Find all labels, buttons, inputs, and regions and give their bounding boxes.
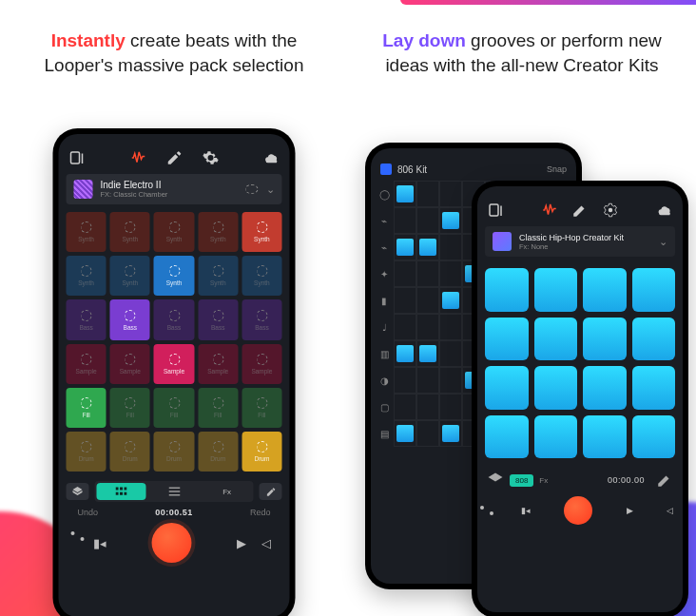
- creator-pad[interactable]: [583, 415, 627, 459]
- sequencer-cell[interactable]: [439, 340, 462, 367]
- track-icon[interactable]: ⌁: [375, 234, 394, 260]
- loop-pad-synth[interactable]: Synth: [67, 256, 106, 296]
- sequencer-cell[interactable]: [439, 420, 462, 447]
- creator-pad[interactable]: [534, 415, 578, 459]
- creator-pad[interactable]: [485, 366, 529, 410]
- grid-view-button[interactable]: [97, 483, 146, 500]
- loop-pad-sample[interactable]: Sample: [242, 344, 281, 384]
- loop-pad-synth[interactable]: Synth: [67, 212, 106, 252]
- gear-icon[interactable]: [202, 149, 219, 166]
- loop-pad-synth[interactable]: Synth: [154, 256, 194, 296]
- list-view-button[interactable]: [149, 483, 199, 500]
- creator-pad[interactable]: [632, 268, 676, 312]
- track-icon[interactable]: ◑: [375, 367, 394, 394]
- sequencer-cell[interactable]: [416, 287, 439, 314]
- sequencer-cell[interactable]: [394, 260, 416, 287]
- record-button[interactable]: [151, 523, 191, 563]
- creator-pad[interactable]: [632, 415, 676, 459]
- creator-pad[interactable]: [583, 268, 627, 312]
- chevron-down-icon[interactable]: ⌄: [659, 236, 667, 248]
- creator-pad[interactable]: [534, 366, 578, 410]
- edit-icon[interactable]: [260, 483, 282, 500]
- sequencer-cell[interactable]: [439, 234, 462, 260]
- loop-pad-bass[interactable]: Bass: [242, 299, 281, 339]
- sequencer-cell[interactable]: [416, 340, 439, 367]
- fx-button[interactable]: Fx: [539, 476, 548, 485]
- chevron-down-icon[interactable]: ⌄: [266, 183, 275, 196]
- track-icon[interactable]: ✦: [375, 260, 394, 287]
- sequencer-cell[interactable]: [416, 314, 439, 340]
- library-icon[interactable]: [68, 149, 86, 166]
- loop-pad-synth[interactable]: Synth: [242, 256, 281, 296]
- track-icon[interactable]: ▮: [375, 287, 394, 314]
- sequencer-cell[interactable]: [394, 207, 416, 234]
- loop-pad-drum[interactable]: Drum: [154, 432, 194, 472]
- track-icon[interactable]: ◯: [375, 181, 394, 207]
- loop-pad-bass[interactable]: Bass: [154, 299, 194, 339]
- creator-pad[interactable]: [534, 268, 578, 312]
- metronome-icon[interactable]: ◁: [261, 536, 271, 550]
- cloud-upload-icon[interactable]: [263, 149, 280, 166]
- loop-pad-synth[interactable]: Synth: [154, 212, 194, 252]
- layers-icon[interactable]: [67, 483, 89, 500]
- record-button[interactable]: [564, 496, 592, 525]
- pencil-icon[interactable]: [165, 149, 183, 166]
- loop-pad-fill[interactable]: Fill: [198, 388, 238, 428]
- sequencer-cell[interactable]: [439, 260, 462, 287]
- library-icon[interactable]: [487, 202, 504, 219]
- track-icon[interactable]: ▤: [375, 420, 394, 447]
- sequencer-kit-title[interactable]: 806 Kit: [380, 164, 427, 175]
- loop-pad-drum[interactable]: Drum: [242, 432, 281, 472]
- loop-pad-fill[interactable]: Fill: [110, 388, 150, 428]
- loop-pad-fill[interactable]: Fill: [67, 388, 106, 428]
- waveform-icon[interactable]: [541, 202, 558, 219]
- edit-icon[interactable]: [656, 472, 673, 489]
- loop-pad-sample[interactable]: Sample: [110, 344, 150, 384]
- sequencer-cell[interactable]: [439, 367, 462, 394]
- creator-pad[interactable]: [583, 366, 627, 410]
- sequencer-cell[interactable]: [394, 367, 416, 394]
- loop-pad-synth[interactable]: Synth: [242, 212, 281, 252]
- creator-pad[interactable]: [583, 318, 627, 361]
- sequencer-cell[interactable]: [439, 181, 462, 207]
- sequencer-cell[interactable]: [439, 394, 462, 420]
- loop-pad-drum[interactable]: Drum: [110, 432, 150, 472]
- loop-pad-synth[interactable]: Synth: [198, 256, 238, 296]
- sequencer-cell[interactable]: [394, 314, 416, 340]
- sequencer-cell[interactable]: [439, 207, 462, 234]
- track-icon[interactable]: ▥: [375, 340, 394, 367]
- creator-pad[interactable]: [632, 318, 676, 361]
- sequencer-cell[interactable]: [394, 420, 416, 447]
- creator-pad[interactable]: [485, 318, 529, 361]
- loop-pad-synth[interactable]: Synth: [110, 212, 150, 252]
- creator-pad[interactable]: [632, 366, 676, 410]
- fx-button[interactable]: Fx: [203, 483, 252, 500]
- sequencer-cell[interactable]: [394, 234, 416, 260]
- layers-icon[interactable]: [487, 472, 504, 489]
- track-icon[interactable]: ⌁: [375, 207, 394, 234]
- loop-pad-fill[interactable]: Fill: [154, 388, 194, 428]
- loop-pad-synth[interactable]: Synth: [198, 212, 238, 252]
- loop-pad-bass[interactable]: Bass: [67, 299, 106, 339]
- pack-header[interactable]: Indie Electro II FX: Classic Chamber ⌄: [67, 174, 282, 204]
- loop-pad-synth[interactable]: Synth: [110, 256, 150, 296]
- loop-pad-sample[interactable]: Sample: [154, 344, 194, 384]
- sequencer-cell[interactable]: [439, 314, 462, 340]
- gear-icon[interactable]: [602, 202, 619, 219]
- loop-pad-drum[interactable]: Drum: [67, 432, 106, 472]
- sequencer-cell[interactable]: [394, 340, 416, 367]
- creator-pad[interactable]: [534, 318, 578, 361]
- pencil-icon[interactable]: [571, 202, 589, 219]
- loop-pad-bass[interactable]: Bass: [110, 299, 150, 339]
- creator-pack-header[interactable]: Classic Hip-Hop Creator Kit Fx: None ⌄: [485, 226, 675, 257]
- loop-pad-sample[interactable]: Sample: [198, 344, 238, 384]
- sequencer-cell[interactable]: [416, 420, 439, 447]
- cloud-upload-icon[interactable]: [656, 202, 673, 219]
- loop-pad-fill[interactable]: Fill: [242, 388, 281, 428]
- sequencer-cell[interactable]: [416, 234, 439, 260]
- skip-back-icon[interactable]: ▮◂: [521, 506, 531, 515]
- creator-pad[interactable]: [485, 268, 529, 312]
- sequencer-cell[interactable]: [416, 367, 439, 394]
- sequencer-cell[interactable]: [416, 260, 439, 287]
- sequencer-cell[interactable]: [394, 287, 416, 314]
